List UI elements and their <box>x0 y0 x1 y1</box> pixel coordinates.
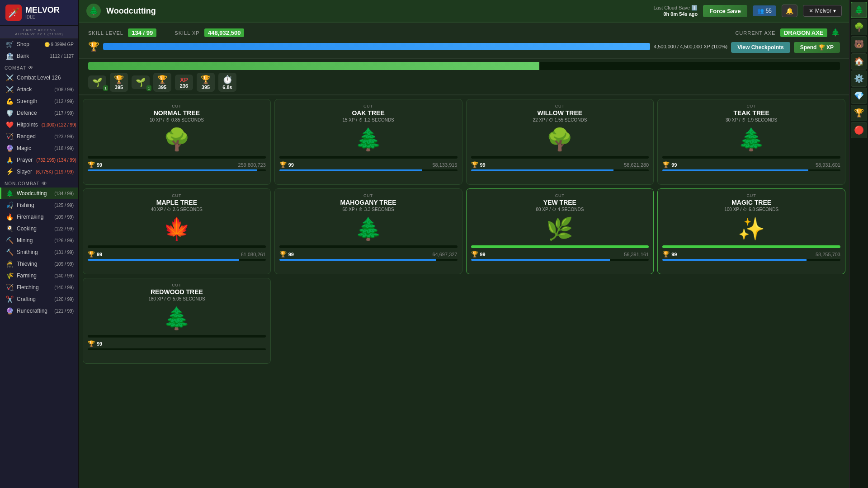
woodcutting-level: (134 / 99) <box>54 191 74 196</box>
card-tree-name: MAPLE TREE <box>156 199 197 206</box>
force-save-button[interactable]: Force Save <box>703 5 747 17</box>
card-progress-bar <box>88 245 266 248</box>
profile-button[interactable]: ✕ Melvor ▾ <box>803 5 842 17</box>
tree-card-teak-tree[interactable]: CUT TEAK TREE 30 XP / ⏱ 1.9 SECONDS 🌲 🏆 … <box>657 99 845 185</box>
sidebar-item-cooking[interactable]: 🍳 Cooking (122 / 99) <box>0 223 78 235</box>
version-text: ALPHA V0.22.1 (71183) <box>0 32 78 36</box>
tree-card-magic-tree[interactable]: CUT MAGIC TREE 100 XP / ⏱ 6.8 SECONDS ✨ … <box>657 188 845 274</box>
sidebar-item-fishing[interactable]: 🎣 Fishing (125 / 99) <box>0 199 78 211</box>
sidebar-item-shop[interactable]: 🛒 Shop 🪙 9,399M GP <box>0 38 78 50</box>
card-mastery-bar <box>662 259 840 261</box>
runecrafting-level: (121 / 99) <box>54 309 74 314</box>
card-trophy-icon: 🏆 <box>279 161 287 168</box>
card-tree-img: 🌲 <box>738 127 765 152</box>
card-bottom-row: 🏆 99 259,800,723 <box>88 161 266 168</box>
defence-label: Defence <box>17 110 51 116</box>
card-bottom-row: 🏆 99 56,391,161 <box>471 251 649 258</box>
leaf-icon-2: 🌱 <box>136 77 146 87</box>
noncombat-visibility-icon[interactable]: 👁 <box>42 180 47 187</box>
card-mastery-xp: 56,391,161 <box>487 252 649 257</box>
prayer-label: Prayer <box>17 157 33 163</box>
tree-card-yew-tree[interactable]: CUT YEW TREE 80 XP / ⏱ 4 SECONDS 🌿 🏆 99 … <box>466 188 654 274</box>
sidebar-item-runecrafting[interactable]: 🔮 Runecrafting (121 / 99) <box>0 305 78 317</box>
sidebar-item-crafting[interactable]: ✂️ Crafting (120 / 99) <box>0 293 78 305</box>
tree-card-maple-tree[interactable]: CUT MAPLE TREE 40 XP / ⏱ 2.6 SECONDS 🍁 🏆… <box>83 188 271 274</box>
sidebar-item-fletching[interactable]: 🏹 Fletching (140 / 99) <box>0 282 78 293</box>
sidebar-item-attack[interactable]: ⚔️ Attack (108 / 99) <box>0 84 78 95</box>
sidebar-item-slayer[interactable]: ⚡ Slayer (6,775K) (119 / 99) <box>0 166 78 178</box>
right-icon-gem[interactable]: 💎 <box>851 88 867 104</box>
farming-level: (140 / 99) <box>54 273 74 278</box>
sidebar-item-thieving[interactable]: 🥷 Thieving (109 / 99) <box>0 258 78 270</box>
mining-level: (126 / 99) <box>54 238 74 243</box>
sidebar-item-prayer[interactable]: 🙏 Prayer (732,195) (134 / 99) <box>0 154 78 166</box>
card-mastery-bar <box>471 259 649 261</box>
skill-title: Woodcutting <box>106 6 156 16</box>
card-tree-name: MAGIC TREE <box>731 199 771 206</box>
card-mastery-level: 99 <box>288 252 294 257</box>
tree-card-redwood-tree[interactable]: CUT REDWOOD TREE 180 XP / ⏱ 5.05 SECONDS… <box>83 278 271 364</box>
cooking-icon: 🍳 <box>6 225 13 232</box>
farming-label: Farming <box>17 272 51 279</box>
prayer-level: (732,195) (134 / 99) <box>36 158 76 163</box>
sidebar-item-bank[interactable]: 🏦 Bank 1112 / 1127 <box>0 50 78 62</box>
spend-xp-button[interactable]: Spend 🏆 XP <box>794 42 840 53</box>
shop-label: Shop <box>17 41 41 47</box>
card-tree-name: YEW TREE <box>543 199 576 206</box>
cooking-label: Cooking <box>17 225 51 232</box>
crafting-icon: ✂️ <box>6 296 13 303</box>
sidebar-item-farming[interactable]: 🌾 Farming (140 / 99) <box>0 270 78 282</box>
xp-trophy-icon: 🏆 <box>88 41 99 52</box>
topbar: 🌲 Woodcutting Last Cloud Save ℹ️ 0h 0m 5… <box>79 0 849 23</box>
card-cut-label: CUT <box>363 193 373 198</box>
right-icon-trophy[interactable]: 🏆 <box>851 105 867 121</box>
logo-text: MELVOR <box>25 6 60 15</box>
card-cut-label: CUT <box>172 193 182 198</box>
fishing-icon: 🎣 <box>6 202 13 209</box>
mastery-icon-trophy3: 🏆 395 <box>197 73 215 92</box>
card-xp-time: 30 XP / ⏱ 1.9 SECONDS <box>726 117 777 122</box>
sidebar-item-defence[interactable]: 🛡️ Defence (117 / 99) <box>0 107 78 119</box>
mastery-bar-section: 🌱 1 🏆 395 🌱 1 🏆 395 XP 236 <box>79 59 849 95</box>
sidebar-item-firemaking[interactable]: 🔥 Firemaking (109 / 99) <box>0 211 78 223</box>
card-trophy-icon: 🏆 <box>88 161 95 168</box>
tree-card-willow-tree[interactable]: CUT WILLOW TREE 22 XP / ⏱ 1.55 SECONDS 🌳… <box>466 99 654 185</box>
sidebar-item-ranged[interactable]: 🏹 Ranged (123 / 99) <box>0 131 78 142</box>
right-icon-woodcutting[interactable]: 🌲 <box>851 2 867 18</box>
sidebar-item-strength[interactable]: 💪 Strength (112 / 99) <box>0 95 78 107</box>
sidebar-item-mining[interactable]: ⛏️ Mining (126 / 99) <box>0 235 78 246</box>
sidebar-item-combat-level[interactable]: ⚔️ Combat Level 126 <box>0 72 78 84</box>
sidebar-item-smithing[interactable]: 🔨 Smithing (131 / 99) <box>0 246 78 258</box>
card-progress-bar <box>471 245 649 248</box>
attack-icon: ⚔️ <box>6 86 13 93</box>
sidebar-item-hitpoints[interactable]: ❤️ Hitpoints (1,000) (122 / 99) <box>0 119 78 131</box>
tree-card-oak-tree[interactable]: CUT OAK TREE 15 XP / ⏱ 1.2 SECONDS 🌲 🏆 9… <box>274 99 462 185</box>
profile-chevron-icon: ▾ <box>833 8 836 14</box>
defence-icon: 🛡️ <box>6 109 13 117</box>
right-icon-tree[interactable]: 🌳 <box>851 19 867 35</box>
right-icon-red[interactable]: 🔴 <box>851 122 867 138</box>
trophy-val-3: 395 <box>202 84 210 90</box>
combat-visibility-icon[interactable]: 👁 <box>28 65 34 71</box>
right-icon-gear[interactable]: ⚙️ <box>851 70 867 87</box>
right-icon-bear[interactable]: 🐻 <box>851 36 867 52</box>
card-progress-bar <box>662 245 840 248</box>
trophy-icon-2: 🏆 <box>157 75 167 84</box>
card-bottom-row: 🏆 99 58,133,915 <box>279 161 458 168</box>
strength-level: (112 / 99) <box>54 99 74 104</box>
sidebar-item-magic[interactable]: 🔮 Magic (118 / 99) <box>0 142 78 154</box>
view-checkpoints-button[interactable]: View Checkpoints <box>731 42 790 53</box>
sidebar-item-woodcutting[interactable]: 🌲 Woodcutting (134 / 99) <box>0 188 78 199</box>
friends-button[interactable]: 👥 55 <box>753 5 776 16</box>
right-icon-home[interactable]: 🏠 <box>851 53 867 70</box>
tree-card-mahogany-tree[interactable]: CUT MAHOGANY TREE 60 XP / ⏱ 3.3 SECONDS … <box>274 188 462 274</box>
magic-level: (118 / 99) <box>54 146 74 151</box>
notification-button[interactable]: 🔔 <box>782 5 797 17</box>
firemaking-icon: 🔥 <box>6 213 13 221</box>
farming-icon: 🌾 <box>6 272 13 279</box>
tree-card-normal-tree[interactable]: CUT NORMAL TREE 10 XP / ⏱ 0.85 SECONDS 🌳… <box>83 99 271 185</box>
card-xp-time: 10 XP / ⏱ 0.85 SECONDS <box>150 117 204 122</box>
leaf-badge-1: 1 <box>103 85 108 91</box>
combat-level-label: Combat Level 126 <box>17 75 74 81</box>
smithing-icon: 🔨 <box>6 249 13 256</box>
